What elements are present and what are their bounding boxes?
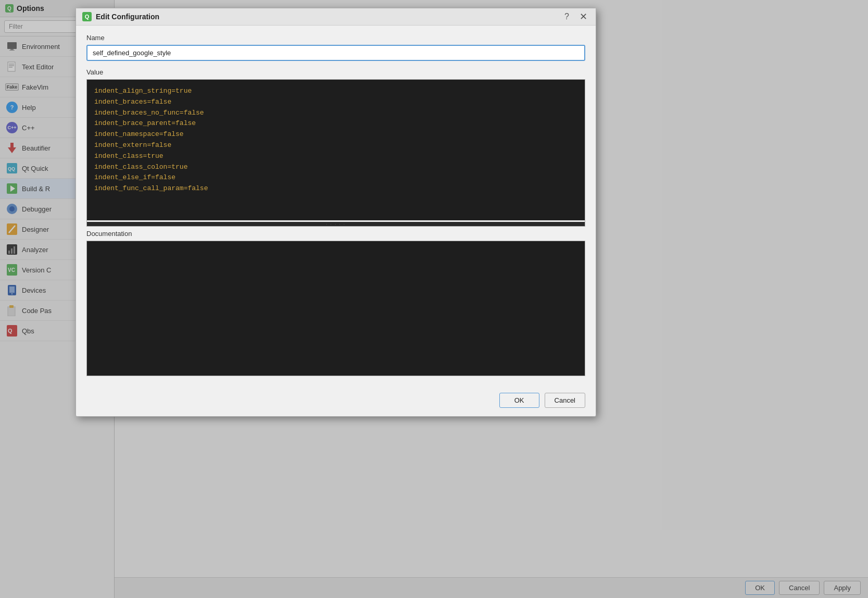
dialog-title-actions: ? ✕ xyxy=(562,12,589,21)
dialog-title-text: Edit Configuration xyxy=(96,13,159,21)
dialog-body: Name Value indent_align_string=true inde… xyxy=(76,26,596,393)
resize-handle[interactable]: · · · · · xyxy=(87,222,585,226)
dialog-help-button[interactable]: ? xyxy=(562,12,571,21)
resize-dots-icon: · · · · · xyxy=(326,222,346,227)
dialog-titlebar: Q Edit Configuration ? ✕ xyxy=(76,8,596,26)
dialog-ok-button[interactable]: OK xyxy=(499,393,539,408)
code-editor[interactable]: indent_align_string=true indent_braces=f… xyxy=(87,80,585,220)
dialog-close-button[interactable]: ✕ xyxy=(577,12,589,21)
name-label: Name xyxy=(86,34,585,42)
dialog-qt-icon: Q xyxy=(82,12,92,21)
doc-area xyxy=(86,241,585,376)
name-input[interactable] xyxy=(86,45,585,61)
edit-configuration-dialog: Q Edit Configuration ? ✕ Name Value inde… xyxy=(76,8,596,417)
code-editor-wrap: indent_align_string=true indent_braces=f… xyxy=(86,79,585,227)
dialog-footer: OK Cancel xyxy=(76,393,596,416)
doc-label: Documentation xyxy=(86,230,585,238)
dialog-cancel-button[interactable]: Cancel xyxy=(545,393,585,408)
dialog-title-left: Q Edit Configuration xyxy=(82,12,159,21)
value-label: Value xyxy=(86,68,585,76)
